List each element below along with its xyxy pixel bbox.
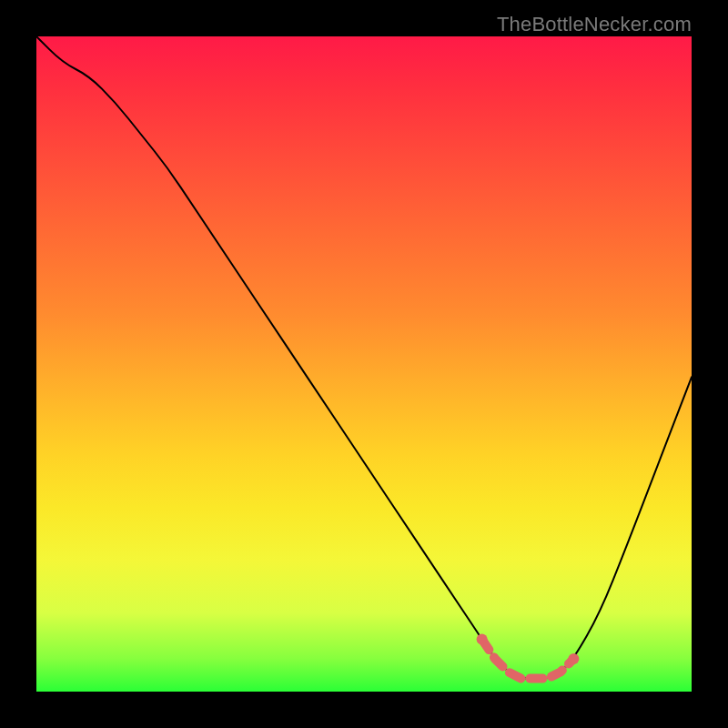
trough-end-dot-left: [477, 633, 488, 644]
bottleneck-curve: [36, 36, 692, 679]
chart-svg: [36, 36, 692, 692]
chart-frame: TheBottleNecker.com: [0, 0, 728, 728]
trough-highlight: [482, 639, 574, 678]
plot-area: [36, 36, 692, 692]
watermark-text: TheBottleNecker.com: [497, 13, 692, 36]
trough-end-dot-right: [568, 653, 579, 664]
